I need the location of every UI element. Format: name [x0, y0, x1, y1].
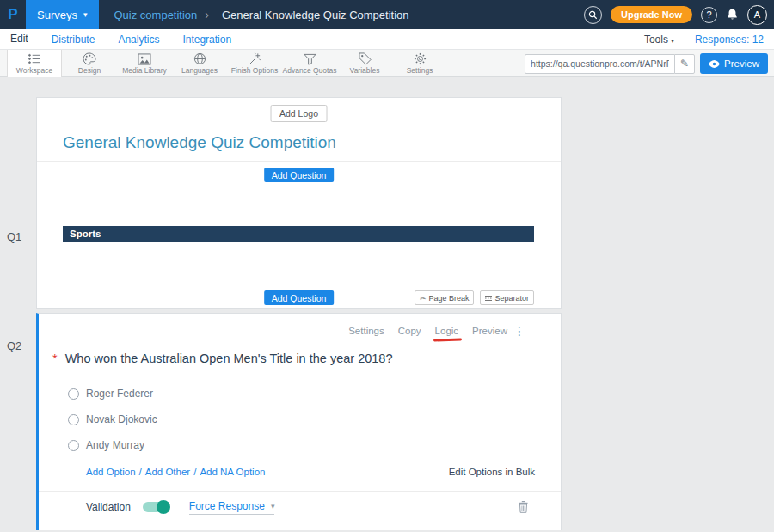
help-icon[interactable]: ?	[701, 7, 717, 23]
question-card-q2: Settings Copy Logic Preview ⋮ * Who won …	[36, 313, 562, 530]
finish-options-wand-icon	[249, 52, 261, 65]
media-library-icon	[138, 52, 151, 65]
tools-label: Tools	[644, 34, 668, 46]
toggle-knob	[157, 500, 170, 514]
toolbar-item-finish-options[interactable]: Finish Options	[227, 50, 282, 77]
breadcrumb-parent[interactable]: Quiz competition	[114, 9, 198, 21]
separator-lines-icon	[485, 295, 492, 302]
tab-integration[interactable]: Integration	[182, 34, 231, 46]
toolbar-item-advance-quotas[interactable]: Advance Quotas	[282, 50, 337, 77]
validation-toggle[interactable]	[143, 502, 169, 512]
question-text[interactable]: Who won the Australian Open Men's Title …	[65, 352, 393, 365]
force-response-dropdown[interactable]: Force Response ▾	[189, 500, 275, 515]
settings-gear-icon	[414, 52, 427, 65]
toolbar-item-variables[interactable]: Variables	[337, 50, 392, 77]
tools-menu[interactable]: Tools▾	[644, 34, 674, 46]
workspace-icon	[28, 52, 42, 65]
bell-glyph	[726, 8, 739, 21]
force-response-label: Force Response	[189, 500, 265, 512]
design-palette-icon	[83, 52, 96, 65]
edit-options-in-bulk-link[interactable]: Edit Options in Bulk	[449, 467, 535, 477]
more-options-dots-icon[interactable]: ⋮	[513, 324, 525, 338]
toolbar-item-label: Design	[78, 66, 101, 75]
survey-url-input[interactable]	[525, 54, 674, 74]
section-header-sports[interactable]: Sports	[63, 226, 534, 242]
answer-option-row: Novak Djokovic	[68, 413, 157, 425]
page-break-label: Page Break	[428, 294, 469, 303]
question-row: * Who won the Australian Open Men's Titl…	[52, 352, 392, 365]
preview-label: Preview	[724, 58, 759, 69]
divider	[37, 161, 561, 162]
edit-url-pencil-icon[interactable]: ✎	[674, 54, 695, 74]
question-settings-action[interactable]: Settings	[348, 326, 384, 336]
survey-header-card: Add Logo General Knowledge Quiz Competit…	[36, 97, 562, 309]
topbar: P Surveys ▾ Quiz competition › General K…	[0, 0, 774, 29]
breadcrumb-separator-icon: ›	[205, 8, 209, 21]
question-number-q1: Q1	[7, 230, 22, 243]
main-nav: Edit Distribute Analytics Integration To…	[0, 29, 774, 50]
scissors-icon: ✂	[420, 294, 427, 303]
toolbar-right: ✎ Preview	[525, 53, 768, 74]
toolbar-item-label: Media Library	[122, 66, 167, 75]
notifications-bell-icon[interactable]	[726, 8, 739, 21]
add-option-links: Add Option/Add Other/Add NA Option	[86, 467, 265, 477]
question-preview-action[interactable]: Preview	[472, 326, 507, 336]
editor-toolbar: Workspace Design Media Library Languages…	[0, 50, 774, 77]
logo-letter: P	[8, 6, 17, 23]
page-break-button[interactable]: ✂ Page Break	[415, 290, 475, 305]
preview-button[interactable]: Preview	[700, 53, 768, 74]
toolbar-item-media-library[interactable]: Media Library	[117, 50, 172, 77]
validation-label: Validation	[86, 501, 131, 513]
separator-label: Separator	[494, 294, 529, 303]
question-number-q2: Q2	[7, 339, 22, 352]
questionpro-logo[interactable]: P	[0, 6, 26, 23]
toolbar-item-design[interactable]: Design	[62, 50, 117, 77]
radio-button[interactable]	[68, 440, 79, 451]
radio-button[interactable]	[68, 414, 79, 425]
add-logo-button[interactable]: Add Logo	[270, 105, 328, 122]
add-question-button-bottom[interactable]: Add Question	[264, 290, 335, 305]
option-label[interactable]: Roger Federer	[86, 388, 153, 400]
upgrade-button[interactable]: Upgrade Now	[611, 6, 692, 23]
topbar-actions: Upgrade Now ? A	[584, 0, 767, 29]
add-na-option-link[interactable]: Add NA Option	[200, 467, 265, 477]
question-logic-action[interactable]: Logic	[435, 326, 459, 336]
avatar[interactable]: A	[747, 5, 767, 25]
chevron-down-icon: ▾	[271, 502, 275, 511]
option-label[interactable]: Novak Djokovic	[86, 413, 157, 425]
chevron-down-icon: ▾	[671, 37, 674, 45]
insert-controls: ✂ Page Break Separator	[415, 290, 534, 305]
delete-question-trash-icon[interactable]	[519, 501, 528, 513]
advance-quotas-funnel-icon	[304, 52, 316, 65]
variables-tag-icon	[359, 52, 372, 65]
link-separator: /	[194, 467, 196, 477]
survey-title[interactable]: General Knowledge Quiz Competition	[63, 133, 336, 152]
option-label[interactable]: Andy Murray	[86, 439, 144, 451]
toolbar-item-languages[interactable]: Languages	[172, 50, 227, 77]
languages-globe-icon	[194, 52, 206, 65]
required-asterisk: *	[52, 352, 58, 365]
radio-button[interactable]	[68, 388, 79, 400]
toolbar-item-settings[interactable]: Settings	[392, 50, 447, 77]
tab-analytics[interactable]: Analytics	[118, 34, 159, 46]
add-option-link[interactable]: Add Option	[86, 467, 136, 477]
separator-button[interactable]: Separator	[480, 290, 534, 305]
search-icon[interactable]	[584, 6, 602, 24]
divider	[39, 491, 561, 492]
toolbar-item-label: Finish Options	[231, 66, 278, 75]
surveys-menu-button[interactable]: Surveys ▾	[26, 0, 99, 29]
breadcrumb: Quiz competition › General Knowledge Qui…	[114, 8, 409, 21]
add-question-button-top[interactable]: Add Question	[264, 168, 335, 182]
validation-row: Validation Force Response ▾	[86, 498, 528, 517]
chevron-down-icon: ▾	[83, 10, 88, 19]
tab-edit[interactable]: Edit	[10, 33, 28, 46]
breadcrumb-current: General Knowledge Quiz Competition	[222, 9, 409, 21]
eye-icon	[709, 60, 720, 68]
add-other-link[interactable]: Add Other	[145, 467, 190, 477]
responses-count[interactable]: Responses: 12	[695, 34, 764, 46]
answer-option-row: Andy Murray	[68, 439, 144, 451]
survey-canvas: Q1 Q2 Add Logo General Knowledge Quiz Co…	[0, 77, 774, 530]
question-copy-action[interactable]: Copy	[398, 326, 421, 336]
toolbar-item-workspace[interactable]: Workspace	[7, 50, 62, 77]
tab-distribute[interactable]: Distribute	[52, 34, 95, 46]
